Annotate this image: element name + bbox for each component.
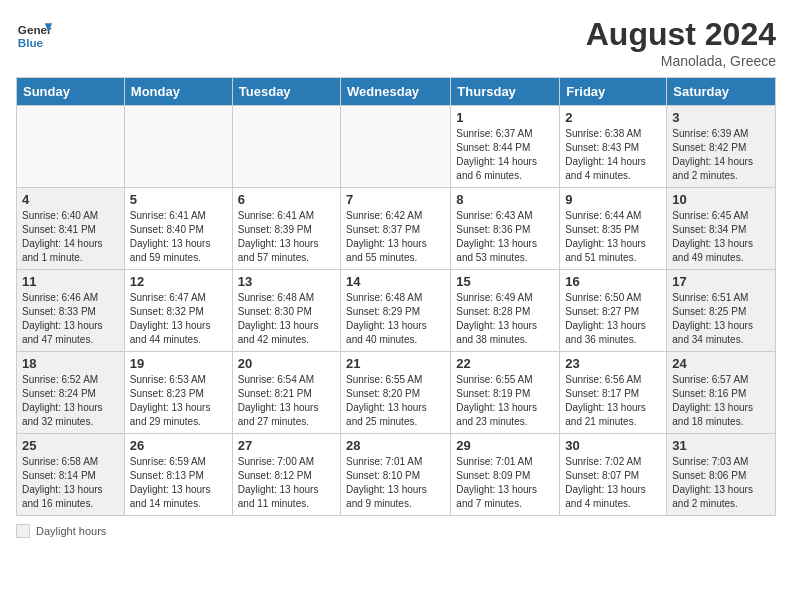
day-number: 7 bbox=[346, 192, 445, 207]
calendar-cell: 21Sunrise: 6:55 AM Sunset: 8:20 PM Dayli… bbox=[341, 352, 451, 434]
day-number: 16 bbox=[565, 274, 661, 289]
day-number: 19 bbox=[130, 356, 227, 371]
day-info: Sunrise: 6:41 AM Sunset: 8:40 PM Dayligh… bbox=[130, 209, 227, 265]
svg-text:Blue: Blue bbox=[18, 36, 44, 49]
calendar-cell: 29Sunrise: 7:01 AM Sunset: 8:09 PM Dayli… bbox=[451, 434, 560, 516]
calendar-cell: 20Sunrise: 6:54 AM Sunset: 8:21 PM Dayli… bbox=[232, 352, 340, 434]
calendar-cell: 9Sunrise: 6:44 AM Sunset: 8:35 PM Daylig… bbox=[560, 188, 667, 270]
day-info: Sunrise: 7:01 AM Sunset: 8:10 PM Dayligh… bbox=[346, 455, 445, 511]
calendar-cell: 23Sunrise: 6:56 AM Sunset: 8:17 PM Dayli… bbox=[560, 352, 667, 434]
day-info: Sunrise: 6:46 AM Sunset: 8:33 PM Dayligh… bbox=[22, 291, 119, 347]
day-info: Sunrise: 6:54 AM Sunset: 8:21 PM Dayligh… bbox=[238, 373, 335, 429]
day-info: Sunrise: 6:58 AM Sunset: 8:14 PM Dayligh… bbox=[22, 455, 119, 511]
day-number: 13 bbox=[238, 274, 335, 289]
day-number: 21 bbox=[346, 356, 445, 371]
day-number: 10 bbox=[672, 192, 770, 207]
day-info: Sunrise: 6:59 AM Sunset: 8:13 PM Dayligh… bbox=[130, 455, 227, 511]
calendar-cell: 16Sunrise: 6:50 AM Sunset: 8:27 PM Dayli… bbox=[560, 270, 667, 352]
weekday-header-wednesday: Wednesday bbox=[341, 78, 451, 106]
calendar-cell: 4Sunrise: 6:40 AM Sunset: 8:41 PM Daylig… bbox=[17, 188, 125, 270]
calendar-week-row: 1Sunrise: 6:37 AM Sunset: 8:44 PM Daylig… bbox=[17, 106, 776, 188]
logo: General Blue bbox=[16, 16, 52, 52]
calendar-cell: 27Sunrise: 7:00 AM Sunset: 8:12 PM Dayli… bbox=[232, 434, 340, 516]
calendar-cell: 26Sunrise: 6:59 AM Sunset: 8:13 PM Dayli… bbox=[124, 434, 232, 516]
day-info: Sunrise: 6:37 AM Sunset: 8:44 PM Dayligh… bbox=[456, 127, 554, 183]
logo-icon: General Blue bbox=[16, 16, 52, 52]
day-number: 29 bbox=[456, 438, 554, 453]
calendar-cell: 6Sunrise: 6:41 AM Sunset: 8:39 PM Daylig… bbox=[232, 188, 340, 270]
day-info: Sunrise: 6:49 AM Sunset: 8:28 PM Dayligh… bbox=[456, 291, 554, 347]
day-number: 22 bbox=[456, 356, 554, 371]
calendar-cell: 22Sunrise: 6:55 AM Sunset: 8:19 PM Dayli… bbox=[451, 352, 560, 434]
page-header: General Blue August 2024 Manolada, Greec… bbox=[16, 16, 776, 69]
day-info: Sunrise: 6:45 AM Sunset: 8:34 PM Dayligh… bbox=[672, 209, 770, 265]
day-number: 31 bbox=[672, 438, 770, 453]
day-info: Sunrise: 6:50 AM Sunset: 8:27 PM Dayligh… bbox=[565, 291, 661, 347]
weekday-header-friday: Friday bbox=[560, 78, 667, 106]
day-info: Sunrise: 6:43 AM Sunset: 8:36 PM Dayligh… bbox=[456, 209, 554, 265]
day-number: 28 bbox=[346, 438, 445, 453]
calendar-cell: 31Sunrise: 7:03 AM Sunset: 8:06 PM Dayli… bbox=[667, 434, 776, 516]
weekday-header-saturday: Saturday bbox=[667, 78, 776, 106]
day-number: 1 bbox=[456, 110, 554, 125]
day-number: 27 bbox=[238, 438, 335, 453]
calendar-cell: 2Sunrise: 6:38 AM Sunset: 8:43 PM Daylig… bbox=[560, 106, 667, 188]
day-info: Sunrise: 6:38 AM Sunset: 8:43 PM Dayligh… bbox=[565, 127, 661, 183]
calendar-cell: 10Sunrise: 6:45 AM Sunset: 8:34 PM Dayli… bbox=[667, 188, 776, 270]
day-info: Sunrise: 6:47 AM Sunset: 8:32 PM Dayligh… bbox=[130, 291, 227, 347]
calendar-week-row: 25Sunrise: 6:58 AM Sunset: 8:14 PM Dayli… bbox=[17, 434, 776, 516]
day-info: Sunrise: 6:41 AM Sunset: 8:39 PM Dayligh… bbox=[238, 209, 335, 265]
weekday-header-tuesday: Tuesday bbox=[232, 78, 340, 106]
day-info: Sunrise: 6:53 AM Sunset: 8:23 PM Dayligh… bbox=[130, 373, 227, 429]
day-number: 6 bbox=[238, 192, 335, 207]
day-info: Sunrise: 6:52 AM Sunset: 8:24 PM Dayligh… bbox=[22, 373, 119, 429]
calendar-cell: 8Sunrise: 6:43 AM Sunset: 8:36 PM Daylig… bbox=[451, 188, 560, 270]
calendar-week-row: 18Sunrise: 6:52 AM Sunset: 8:24 PM Dayli… bbox=[17, 352, 776, 434]
day-number: 8 bbox=[456, 192, 554, 207]
day-info: Sunrise: 6:55 AM Sunset: 8:19 PM Dayligh… bbox=[456, 373, 554, 429]
day-number: 18 bbox=[22, 356, 119, 371]
weekday-header-sunday: Sunday bbox=[17, 78, 125, 106]
day-number: 25 bbox=[22, 438, 119, 453]
day-number: 17 bbox=[672, 274, 770, 289]
calendar-week-row: 4Sunrise: 6:40 AM Sunset: 8:41 PM Daylig… bbox=[17, 188, 776, 270]
day-info: Sunrise: 7:02 AM Sunset: 8:07 PM Dayligh… bbox=[565, 455, 661, 511]
calendar-cell: 14Sunrise: 6:48 AM Sunset: 8:29 PM Dayli… bbox=[341, 270, 451, 352]
calendar-cell: 19Sunrise: 6:53 AM Sunset: 8:23 PM Dayli… bbox=[124, 352, 232, 434]
calendar-cell bbox=[124, 106, 232, 188]
day-number: 30 bbox=[565, 438, 661, 453]
day-info: Sunrise: 7:01 AM Sunset: 8:09 PM Dayligh… bbox=[456, 455, 554, 511]
calendar-cell: 24Sunrise: 6:57 AM Sunset: 8:16 PM Dayli… bbox=[667, 352, 776, 434]
location-subtitle: Manolada, Greece bbox=[586, 53, 776, 69]
day-info: Sunrise: 6:56 AM Sunset: 8:17 PM Dayligh… bbox=[565, 373, 661, 429]
day-info: Sunrise: 6:48 AM Sunset: 8:30 PM Dayligh… bbox=[238, 291, 335, 347]
day-number: 23 bbox=[565, 356, 661, 371]
weekday-header-row: SundayMondayTuesdayWednesdayThursdayFrid… bbox=[17, 78, 776, 106]
calendar-cell: 25Sunrise: 6:58 AM Sunset: 8:14 PM Dayli… bbox=[17, 434, 125, 516]
calendar-cell: 1Sunrise: 6:37 AM Sunset: 8:44 PM Daylig… bbox=[451, 106, 560, 188]
day-number: 2 bbox=[565, 110, 661, 125]
calendar-cell: 28Sunrise: 7:01 AM Sunset: 8:10 PM Dayli… bbox=[341, 434, 451, 516]
day-info: Sunrise: 6:55 AM Sunset: 8:20 PM Dayligh… bbox=[346, 373, 445, 429]
day-number: 9 bbox=[565, 192, 661, 207]
day-info: Sunrise: 6:48 AM Sunset: 8:29 PM Dayligh… bbox=[346, 291, 445, 347]
calendar-cell: 7Sunrise: 6:42 AM Sunset: 8:37 PM Daylig… bbox=[341, 188, 451, 270]
day-number: 11 bbox=[22, 274, 119, 289]
daylight-label: Daylight hours bbox=[36, 525, 106, 537]
day-number: 4 bbox=[22, 192, 119, 207]
calendar-week-row: 11Sunrise: 6:46 AM Sunset: 8:33 PM Dayli… bbox=[17, 270, 776, 352]
day-info: Sunrise: 6:40 AM Sunset: 8:41 PM Dayligh… bbox=[22, 209, 119, 265]
calendar-table: SundayMondayTuesdayWednesdayThursdayFrid… bbox=[16, 77, 776, 516]
day-number: 5 bbox=[130, 192, 227, 207]
day-info: Sunrise: 6:57 AM Sunset: 8:16 PM Dayligh… bbox=[672, 373, 770, 429]
weekday-header-monday: Monday bbox=[124, 78, 232, 106]
calendar-cell bbox=[341, 106, 451, 188]
calendar-cell: 17Sunrise: 6:51 AM Sunset: 8:25 PM Dayli… bbox=[667, 270, 776, 352]
calendar-cell: 15Sunrise: 6:49 AM Sunset: 8:28 PM Dayli… bbox=[451, 270, 560, 352]
day-number: 14 bbox=[346, 274, 445, 289]
calendar-cell: 18Sunrise: 6:52 AM Sunset: 8:24 PM Dayli… bbox=[17, 352, 125, 434]
day-info: Sunrise: 6:39 AM Sunset: 8:42 PM Dayligh… bbox=[672, 127, 770, 183]
footer-note: Daylight hours bbox=[16, 524, 776, 538]
month-year-title: August 2024 bbox=[586, 16, 776, 53]
calendar-cell: 5Sunrise: 6:41 AM Sunset: 8:40 PM Daylig… bbox=[124, 188, 232, 270]
